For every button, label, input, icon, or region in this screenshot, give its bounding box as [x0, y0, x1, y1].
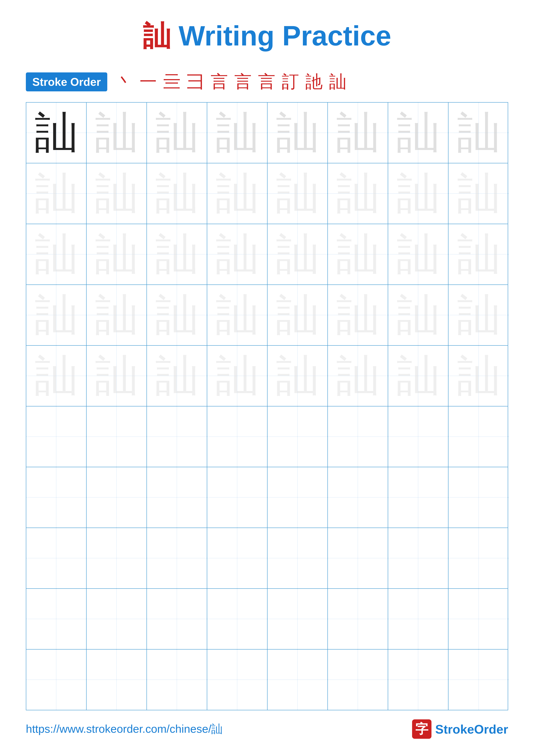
grid-cell[interactable] — [207, 528, 267, 588]
grid-cell[interactable]: 訕 — [267, 103, 328, 163]
grid-cell[interactable] — [328, 406, 388, 467]
grid-cell[interactable]: 訕 — [388, 163, 448, 224]
grid-cell[interactable] — [147, 406, 207, 467]
grid-cell[interactable] — [448, 528, 509, 588]
grid-cell[interactable]: 訕 — [328, 163, 388, 224]
stroke-4: 彐 — [187, 70, 204, 94]
grid-cell[interactable]: 訕 — [147, 163, 207, 224]
grid-cell[interactable]: 訕 — [267, 285, 328, 345]
grid-cell[interactable] — [207, 650, 267, 710]
grid-cell[interactable] — [328, 467, 388, 527]
grid-cell[interactable] — [448, 467, 509, 527]
grid-cell[interactable] — [207, 589, 267, 649]
practice-char: 訕 — [35, 233, 78, 276]
grid-cell[interactable]: 訕 — [328, 103, 388, 163]
practice-char: 訕 — [276, 172, 319, 215]
stroke-6: 言 — [234, 70, 252, 94]
grid-cell[interactable]: 訕 — [87, 163, 147, 224]
footer-url[interactable]: https://www.strokeorder.com/chinese/訕 — [26, 721, 222, 737]
grid-cell[interactable] — [267, 467, 328, 527]
grid-cell[interactable]: 訕 — [388, 224, 448, 284]
grid-cell[interactable]: 訕 — [87, 224, 147, 284]
grid-cell[interactable]: 訕 — [448, 103, 509, 163]
grid-cell[interactable] — [388, 650, 448, 710]
grid-cell[interactable]: 訕 — [147, 285, 207, 345]
grid-cell[interactable]: 訕 — [147, 224, 207, 284]
grid-cell[interactable] — [26, 528, 87, 588]
grid-cell[interactable] — [328, 589, 388, 649]
practice-char: 訕 — [276, 293, 319, 337]
grid-cell[interactable] — [87, 528, 147, 588]
grid-cell[interactable] — [87, 589, 147, 649]
grid-cell[interactable]: 訕 — [267, 163, 328, 224]
grid-cell[interactable] — [147, 467, 207, 527]
grid-cell[interactable] — [328, 528, 388, 588]
grid-cell[interactable] — [388, 467, 448, 527]
grid-cell[interactable]: 訕 — [388, 285, 448, 345]
grid-cell[interactable] — [267, 589, 328, 649]
grid-cell[interactable]: 訕 — [26, 163, 87, 224]
grid-cell[interactable] — [26, 467, 87, 527]
practice-char: 訕 — [216, 293, 259, 337]
grid-cell[interactable] — [388, 528, 448, 588]
footer: https://www.strokeorder.com/chinese/訕 字 … — [0, 719, 534, 739]
practice-char: 訕 — [35, 293, 78, 337]
grid-cell[interactable] — [448, 650, 509, 710]
grid-cell[interactable]: 訕 — [26, 224, 87, 284]
grid-cell[interactable]: 訕 — [207, 285, 267, 345]
practice-char: 訕 — [396, 172, 440, 215]
stroke-order-chars: 丶 一 亖 彐 言 言 言 訂 訑 訕 — [116, 70, 346, 94]
grid-cell[interactable] — [388, 406, 448, 467]
grid-cell[interactable] — [26, 650, 87, 710]
grid-cell[interactable] — [448, 589, 509, 649]
grid-cell[interactable]: 訕 — [87, 346, 147, 406]
grid-row: 訕 訕 訕 訕 訕 訕 訕 訕 — [26, 103, 508, 163]
grid-cell[interactable]: 訕 — [328, 285, 388, 345]
grid-cell[interactable]: 訕 — [448, 163, 509, 224]
grid-cell[interactable]: 訕 — [207, 103, 267, 163]
grid-cell[interactable]: 訕 — [26, 103, 87, 163]
stroke-2: 一 — [140, 70, 157, 94]
grid-cell[interactable]: 訕 — [388, 346, 448, 406]
grid-cell[interactable]: 訕 — [328, 224, 388, 284]
grid-cell[interactable]: 訕 — [87, 103, 147, 163]
grid-cell[interactable] — [267, 650, 328, 710]
grid-cell[interactable] — [388, 589, 448, 649]
grid-cell[interactable] — [207, 406, 267, 467]
grid-cell[interactable]: 訕 — [267, 346, 328, 406]
grid-cell[interactable]: 訕 — [26, 285, 87, 345]
grid-cell[interactable]: 訕 — [87, 285, 147, 345]
grid-cell[interactable] — [267, 406, 328, 467]
practice-grid: 訕 訕 訕 訕 訕 訕 訕 訕 訕 訕 訕 訕 訕 訕 訕 訕 — [26, 102, 508, 710]
grid-cell[interactable]: 訕 — [26, 346, 87, 406]
grid-cell[interactable]: 訕 — [328, 346, 388, 406]
grid-cell[interactable]: 訕 — [207, 163, 267, 224]
grid-cell[interactable] — [147, 589, 207, 649]
grid-cell[interactable] — [328, 650, 388, 710]
practice-char: 訕 — [95, 233, 138, 276]
grid-cell[interactable]: 訕 — [267, 224, 328, 284]
grid-cell[interactable] — [87, 467, 147, 527]
grid-cell[interactable] — [87, 406, 147, 467]
grid-cell[interactable]: 訕 — [448, 346, 509, 406]
grid-cell[interactable]: 訕 — [207, 346, 267, 406]
grid-row: 訕 訕 訕 訕 訕 訕 訕 訕 — [26, 224, 508, 285]
grid-row — [26, 589, 508, 650]
grid-cell[interactable] — [87, 650, 147, 710]
grid-cell[interactable] — [147, 528, 207, 588]
grid-cell[interactable] — [267, 528, 328, 588]
grid-cell[interactable]: 訕 — [448, 285, 509, 345]
grid-cell[interactable] — [26, 589, 87, 649]
grid-cell[interactable]: 訕 — [207, 224, 267, 284]
grid-cell[interactable]: 訕 — [448, 224, 509, 284]
footer-logo: 字 StrokeOrder — [412, 719, 508, 739]
practice-char: 訕 — [276, 111, 319, 154]
grid-cell[interactable] — [207, 467, 267, 527]
grid-cell[interactable] — [26, 406, 87, 467]
grid-cell[interactable] — [448, 406, 509, 467]
practice-char: 訕 — [95, 293, 138, 337]
grid-cell[interactable]: 訕 — [147, 103, 207, 163]
grid-cell[interactable]: 訕 — [147, 346, 207, 406]
grid-cell[interactable]: 訕 — [388, 103, 448, 163]
grid-cell[interactable] — [147, 650, 207, 710]
